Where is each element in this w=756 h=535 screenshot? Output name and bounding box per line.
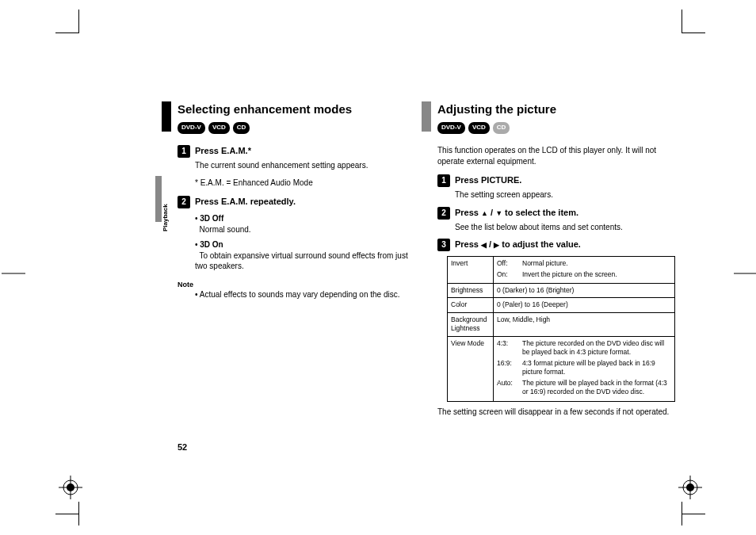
badge-dvdv: DVD-V xyxy=(437,122,465,134)
cell-key: Color xyxy=(448,298,494,312)
page-number: 52 xyxy=(178,442,187,452)
heading-picture: Adjusting the picture xyxy=(437,101,675,117)
step-1: 1 Press PICTURE. xyxy=(437,174,675,187)
settings-table: Invert Off:Normal picture. On:Invert the… xyxy=(447,256,675,402)
table-row: Background Lightness Low, Middle, High xyxy=(448,312,675,336)
step-title: Press E.A.M.* xyxy=(195,145,251,157)
table-row: Brightness 0 (Darker) to 16 (Brighter) xyxy=(448,283,675,297)
step-2: 2 Press E.A.M. repeatedly. xyxy=(178,196,415,208)
intro-text: This function operates on the LCD of thi… xyxy=(437,145,675,166)
column-left: Selecting enhancement modes DVD-V VCD CD… xyxy=(178,101,415,417)
cell-val: Off:Normal picture. On:Invert the pictur… xyxy=(494,257,675,284)
option-body: To obtain expansive virtual surround sou… xyxy=(195,251,408,271)
step-title: Press PICTURE. xyxy=(455,174,521,186)
heading-accent xyxy=(162,101,171,132)
step-title: Press ▲ / ▼ to select the item. xyxy=(455,207,578,219)
step-number-icon: 1 xyxy=(178,145,190,158)
registration-mark-icon xyxy=(59,476,82,499)
badge-vcd: VCD xyxy=(468,122,490,134)
outro-text: The setting screen will disappear in a f… xyxy=(437,407,675,418)
cell-key: Invert xyxy=(448,257,494,284)
step-title: Press ◀ / ▶ to adjust the value. xyxy=(455,239,581,250)
heading-accent xyxy=(422,101,431,132)
step-body: The current sound enhancement setting ap… xyxy=(195,160,415,171)
crop-mark xyxy=(55,514,79,535)
format-badges: DVD-V VCD CD xyxy=(178,122,415,134)
note-body: • Actual effects to sounds may vary depe… xyxy=(195,289,415,300)
step-number-icon: 2 xyxy=(437,207,450,220)
cell-val: Low, Middle, High xyxy=(494,312,675,336)
left-arrow-icon: ◀ xyxy=(481,240,487,250)
step-title: Press E.A.M. repeatedly. xyxy=(195,196,296,208)
cell-key: View Mode xyxy=(448,336,494,401)
format-badges: DVD-V VCD CD xyxy=(437,122,675,134)
side-label: Playback xyxy=(162,204,169,231)
cell-key: Brightness xyxy=(448,283,494,297)
crop-mark xyxy=(55,10,79,33)
step-1: 1 Press E.A.M.* xyxy=(178,145,415,158)
badge-dvdv: DVD-V xyxy=(178,122,205,134)
cell-key: Background Lightness xyxy=(448,312,494,336)
step-2: 2 Press ▲ / ▼ to select the item. xyxy=(437,207,675,220)
badge-cd: CD xyxy=(233,122,250,134)
registration-mark-icon xyxy=(734,262,756,285)
cell-val: 0 (Paler) to 16 (Deeper) xyxy=(494,298,675,312)
registration-mark-icon xyxy=(2,262,25,285)
column-right: Adjusting the picture DVD-V VCD CD This … xyxy=(437,101,675,417)
step-3: 3 Press ◀ / ▶ to adjust the value. xyxy=(437,239,675,251)
option-3d-on: • 3D On To obtain expansive virtual surr… xyxy=(195,239,415,272)
option-3d-off: • 3D Off Normal sound. xyxy=(195,213,415,235)
step-body: The setting screen appears. xyxy=(455,189,675,201)
badge-cd-disabled: CD xyxy=(493,122,510,134)
cell-val: 0 (Darker) to 16 (Brighter) xyxy=(494,283,675,297)
up-arrow-icon: ▲ xyxy=(481,208,488,218)
step-body: See the list below about items and set c… xyxy=(455,222,675,233)
step-number-icon: 2 xyxy=(178,196,190,208)
cell-val: 4:3:The picture recorded on the DVD vide… xyxy=(494,336,675,401)
option-body: Normal sound. xyxy=(200,225,251,234)
table-row: View Mode 4:3:The picture recorded on th… xyxy=(448,336,675,401)
step-number-icon: 1 xyxy=(437,174,450,187)
registration-mark-icon xyxy=(678,476,702,499)
side-tab xyxy=(155,176,162,222)
table-row: Color 0 (Paler) to 16 (Deeper) xyxy=(448,298,675,312)
heading-enhancement: Selecting enhancement modes xyxy=(178,101,415,117)
down-arrow-icon: ▼ xyxy=(495,208,502,218)
crop-mark xyxy=(682,10,705,33)
table-row: Invert Off:Normal picture. On:Invert the… xyxy=(448,257,675,284)
step-number-icon: 3 xyxy=(437,239,450,251)
crop-mark xyxy=(682,514,705,535)
step-footnote: * E.A.M. = Enhanced Audio Mode xyxy=(195,178,415,189)
note-heading: Note xyxy=(178,280,415,289)
badge-vcd: VCD xyxy=(208,122,230,134)
